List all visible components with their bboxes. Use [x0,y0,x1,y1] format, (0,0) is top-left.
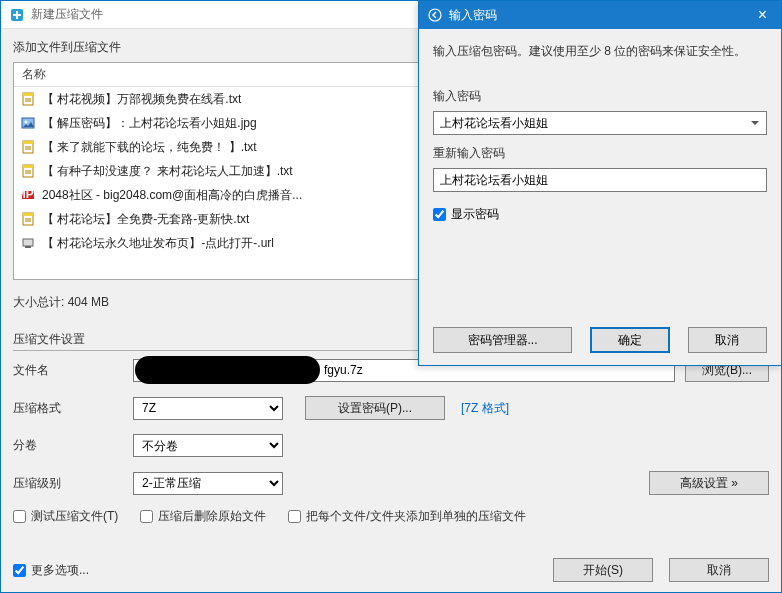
level-row: 压缩级别 2-正常压缩 高级设置 » [1,464,781,502]
advanced-button[interactable]: 高级设置 » [649,471,769,495]
dialog-title: 输入密码 [449,7,497,24]
password-manager-button[interactable]: 密码管理器... [433,327,572,353]
start-button[interactable]: 开始(S) [553,558,653,582]
txt-file-icon [20,163,36,179]
test-archive-checkbox[interactable]: 测试压缩文件(T) [13,508,118,525]
repeat-password-input[interactable] [433,168,767,192]
split-select[interactable]: 不分卷 [133,434,283,457]
txt-file-icon [20,91,36,107]
dialog-body: 输入压缩包密码。建议使用至少 8 位的密码来保证安全性。 输入密码 重新输入密码… [419,29,781,234]
svg-rect-2 [23,93,33,96]
level-label: 压缩级别 [13,475,133,492]
format-help-link[interactable]: [7Z 格式] [461,400,509,417]
delete-after-checkbox[interactable]: 压缩后删除原始文件 [140,508,266,525]
format-select[interactable]: 7Z [133,397,283,420]
close-icon[interactable]: × [752,6,773,24]
txt-file-icon [20,211,36,227]
footer: 更多选项... 开始(S) 取消 [1,558,781,582]
dialog-buttons: 密码管理器... 确定 取消 [419,327,781,353]
svg-point-15 [429,9,441,21]
dialog-hint: 输入压缩包密码。建议使用至少 8 位的密码来保证安全性。 [433,43,767,60]
ok-button[interactable]: 确定 [590,327,669,353]
dialog-cancel-button[interactable]: 取消 [688,327,767,353]
svg-rect-12 [23,213,33,216]
dialog-titlebar: 输入密码 × [419,1,781,29]
txt-file-icon [20,139,36,155]
jpg-file-icon [20,115,36,131]
app-add-icon [9,7,25,23]
show-password-checkbox[interactable]: 显示密码 [433,206,499,223]
redacted-area [135,356,320,384]
set-password-button[interactable]: 设置密码(P)... [305,396,445,420]
back-arrow-icon[interactable] [427,7,443,23]
svg-rect-6 [23,141,33,144]
main-title: 新建压缩文件 [31,6,103,23]
more-options-checkbox[interactable]: 更多选项... [13,562,89,579]
svg-rect-13 [23,239,33,246]
split-row: 分卷 不分卷 [1,427,781,464]
level-select[interactable]: 2-正常压缩 [133,472,283,495]
password-input[interactable] [433,111,767,135]
split-label: 分卷 [13,437,133,454]
options-row: 测试压缩文件(T) 压缩后删除原始文件 把每个文件/文件夹添加到单独的压缩文件 [1,502,781,531]
url-file-icon [20,235,36,251]
format-label: 压缩格式 [13,400,133,417]
cancel-button[interactable]: 取消 [669,558,769,582]
svg-text:MP4: MP4 [21,188,35,201]
filename-label: 文件名 [13,362,133,379]
svg-rect-8 [23,165,33,168]
password-label: 输入密码 [433,88,767,105]
password-dialog: 输入密码 × 输入压缩包密码。建议使用至少 8 位的密码来保证安全性。 输入密码… [418,0,782,366]
format-row: 压缩格式 7Z 设置密码(P)... [7Z 格式] [1,389,781,427]
mp4-file-icon: MP4 [20,187,36,203]
svg-rect-14 [25,246,31,248]
svg-point-4 [25,121,28,124]
separate-archives-checkbox[interactable]: 把每个文件/文件夹添加到单独的压缩文件 [288,508,525,525]
repeat-password-label: 重新输入密码 [433,145,767,162]
password-combo [433,111,767,135]
